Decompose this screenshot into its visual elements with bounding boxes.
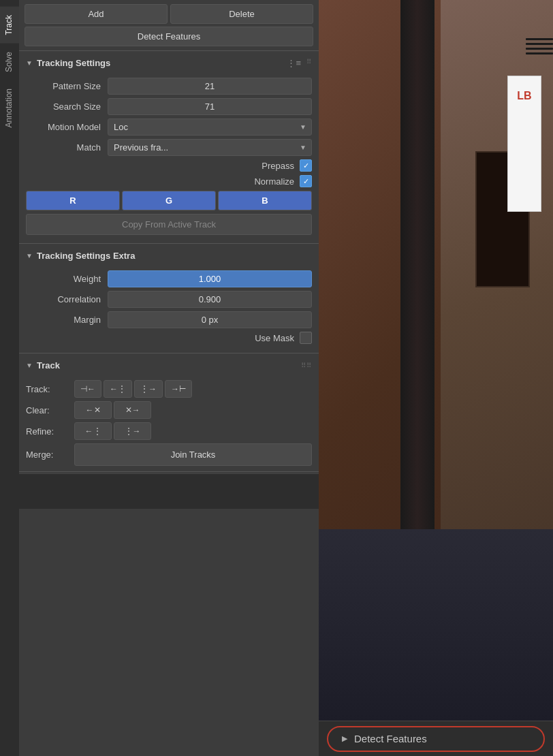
pattern-size-row: Pattern Size — [26, 78, 312, 95]
track-section-triangle: ▼ — [26, 362, 33, 369]
pattern-size-input[interactable] — [108, 78, 312, 95]
detect-features-triangle: ▶ — [342, 734, 347, 743]
motion-model-select[interactable]: Loc Affine Perspective — [108, 119, 312, 136]
railing-bar-1 — [526, 38, 553, 40]
clear-backward-button[interactable]: ←✕ — [74, 401, 112, 419]
track-btn-group: ⊣← ←⋮ ⋮→ →⊢ — [74, 380, 192, 398]
toolbar-row-add-delete: Add Delete — [25, 4, 313, 24]
match-select[interactable]: Previous fra... Keyframe First frame — [108, 139, 312, 156]
use-mask-label: Use Mask — [255, 333, 294, 343]
iron-railing — [526, 38, 553, 79]
track-row-label: Track: — [26, 384, 70, 394]
track-backward-button[interactable]: ←⋮ — [104, 380, 132, 398]
prepass-row: Prepass ✓ — [26, 159, 312, 172]
normalize-checkbox[interactable]: ✓ — [300, 175, 312, 187]
pattern-size-label: Pattern Size — [26, 81, 108, 91]
tracking-settings-extra-content: Weight Correlation Margin Use Mask — [19, 266, 319, 351]
left-panel: Add Delete Detect Features ▼ Tracking Se… — [19, 0, 319, 756]
sidebar-item-annotation[interactable]: Annotation — [0, 80, 19, 136]
channel-r-button[interactable]: R — [26, 191, 120, 210]
divider-4 — [19, 471, 319, 472]
copy-from-active-track-button[interactable]: Copy From Active Track — [26, 214, 312, 235]
left-bottom-bar — [19, 473, 319, 509]
track-row: Track: ⊣← ←⋮ ⋮→ →⊢ — [26, 380, 312, 398]
viewport: LB ▶ Detect Features — [319, 0, 553, 756]
margin-input[interactable] — [108, 311, 312, 328]
search-size-input[interactable] — [108, 98, 312, 115]
add-button[interactable]: Add — [25, 4, 168, 24]
track-section-icons: ⠿⠿ — [301, 362, 312, 369]
detect-features-highlighted-button[interactable]: ▶ Detect Features — [327, 726, 545, 752]
refine-backward-button[interactable]: ←⋮ — [74, 422, 112, 440]
track-controls: Track: ⊣← ←⋮ ⋮→ →⊢ Clear: ←✕ ✕→ Refine: — [19, 376, 319, 470]
divider-1 — [19, 50, 319, 51]
clear-forward-button[interactable]: ✕→ — [114, 401, 151, 419]
channel-b-button[interactable]: B — [218, 191, 312, 210]
motion-model-row: Motion Model Loc Affine Perspective ▼ — [26, 119, 312, 136]
sidebar-item-solve[interactable]: Solve — [0, 44, 19, 80]
track-section-header[interactable]: ▼ Track ⠿⠿ — [19, 355, 319, 376]
tracking-settings-triangle: ▼ — [26, 59, 33, 67]
margin-row: Margin — [26, 311, 312, 328]
search-size-row: Search Size — [26, 98, 312, 115]
normalize-row: Normalize ✓ — [26, 175, 312, 187]
rgb-row: R G B — [26, 191, 312, 210]
motion-model-label: Motion Model — [26, 122, 108, 132]
correlation-input[interactable] — [108, 291, 312, 308]
refine-row: Refine: ←⋮ ⋮→ — [26, 422, 312, 440]
clear-row-label: Clear: — [26, 405, 70, 415]
prepass-label: Prepass — [262, 161, 294, 171]
merge-row-label: Merge: — [26, 450, 70, 460]
tracking-settings-extra-title: Tracking Settings Extra — [37, 251, 136, 261]
merge-row: Merge: Join Tracks — [26, 443, 312, 466]
tracking-settings-extra-triangle: ▼ — [26, 252, 33, 259]
divider-2 — [19, 243, 319, 244]
side-tabs: Track Solve Annotation — [0, 0, 19, 756]
divider-3 — [19, 353, 319, 353]
match-label: Match — [26, 142, 108, 153]
refine-forward-button[interactable]: ⋮→ — [114, 422, 151, 440]
track-to-start-button[interactable]: ⊣← — [74, 380, 101, 398]
weight-row: Weight — [26, 270, 312, 287]
toolbar-row-detect: Detect Features — [25, 27, 313, 46]
list-icon: ⋮≡ — [287, 58, 301, 68]
normalize-label: Normalize — [254, 176, 294, 187]
correlation-label: Correlation — [26, 294, 108, 304]
margin-label: Margin — [26, 315, 108, 325]
railing-bar-2 — [526, 43, 553, 45]
clear-btn-group: ←✕ ✕→ — [74, 401, 151, 419]
railing-bar-3 — [526, 48, 553, 50]
weight-label: Weight — [26, 274, 108, 284]
dots-icon: ⠿ — [306, 58, 312, 68]
tracking-settings-content: Pattern Size Search Size Motion Model Lo… — [19, 74, 319, 242]
tracking-settings-icons: ⋮≡ ⠿ — [287, 58, 312, 68]
refine-row-label: Refine: — [26, 426, 70, 437]
search-size-label: Search Size — [26, 101, 108, 112]
join-tracks-button[interactable]: Join Tracks — [74, 443, 312, 466]
motion-model-select-wrapper: Loc Affine Perspective ▼ — [108, 119, 312, 136]
detect-features-label: Detect Features — [354, 733, 427, 744]
sidebar-item-track[interactable]: Track — [0, 7, 19, 44]
refine-btn-group: ←⋮ ⋮→ — [74, 422, 151, 440]
bottom-detect-bar: ▶ Detect Features — [319, 721, 553, 756]
use-mask-checkbox[interactable] — [300, 332, 312, 344]
tracking-settings-header[interactable]: ▼ Tracking Settings ⋮≡ ⠿ — [19, 52, 319, 74]
channel-g-button[interactable]: G — [122, 191, 216, 210]
track-to-end-button[interactable]: →⊢ — [165, 380, 192, 398]
prepass-checkbox[interactable]: ✓ — [300, 159, 312, 172]
toolbar: Add Delete Detect Features — [19, 0, 319, 49]
scene-background: LB — [319, 0, 553, 756]
sign-text: LB — [517, 90, 531, 102]
use-mask-row: Use Mask — [26, 332, 312, 344]
clear-row: Clear: ←✕ ✕→ — [26, 401, 312, 419]
track-forward-button[interactable]: ⋮→ — [134, 380, 163, 398]
tracking-settings-extra-header[interactable]: ▼ Tracking Settings Extra — [19, 245, 319, 266]
delete-button[interactable]: Delete — [170, 4, 313, 24]
detect-features-button-top[interactable]: Detect Features — [25, 27, 313, 46]
correlation-row: Correlation — [26, 291, 312, 308]
tracking-settings-title: Tracking Settings — [37, 58, 110, 68]
track-section-title: Track — [37, 360, 60, 371]
railing-bar-4 — [526, 52, 553, 54]
weight-input[interactable] — [108, 270, 312, 287]
match-select-wrapper: Previous fra... Keyframe First frame ▼ — [108, 139, 312, 156]
